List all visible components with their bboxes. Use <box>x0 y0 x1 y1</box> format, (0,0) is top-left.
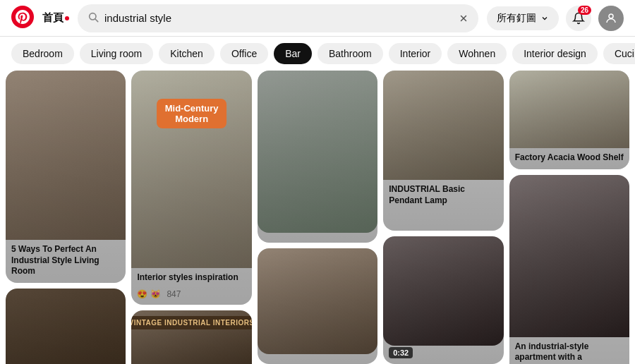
pin-image <box>258 71 377 233</box>
pin-card[interactable]: 5 Ways To Perfect An Industrial Style Li… <box>6 71 126 283</box>
header-right: 所有釘圖 26 <box>487 6 624 31</box>
pin-image <box>6 289 126 364</box>
pin-card[interactable] <box>258 248 377 364</box>
grid-column-2: Mid-CenturyModernInterior styles inspira… <box>131 71 251 364</box>
pin-card[interactable]: VINTAGE INDUSTRIAL INTERIORS <box>131 310 251 364</box>
grid-column-4: INDUSTRIAL Basic Pendant Lamp0:32 <box>383 71 503 364</box>
tag-interior[interactable]: Interior <box>389 43 442 64</box>
tag-cucine[interactable]: Cucine <box>603 43 635 64</box>
tag-kitchen[interactable]: Kitchen <box>159 43 214 64</box>
tag-bedroom[interactable]: Bedroom <box>11 43 74 64</box>
pin-card[interactable]: Mid-CenturyModernInterior styles inspira… <box>131 71 251 305</box>
svg-point-5 <box>609 14 613 18</box>
pin-title: Interior styles inspiration <box>131 268 251 289</box>
svg-point-0 <box>11 6 34 28</box>
tag-wohnen[interactable]: Wohnen <box>447 43 507 64</box>
pin-title: Factory Acacia Wood Shelf <box>509 148 629 169</box>
pin-card[interactable]: Factory Acacia Wood Shelf <box>509 71 629 169</box>
pin-card[interactable]: INDUSTRIAL Basic Pendant Lamp <box>383 71 503 231</box>
tag-interior-design[interactable]: Interior design <box>512 43 598 64</box>
pin-card[interactable]: An industrial-style apartment with a mon… <box>509 175 629 364</box>
filter-dropdown-button[interactable]: 所有釘圖 <box>487 6 559 30</box>
logo[interactable] <box>11 6 34 31</box>
clear-search-button[interactable] <box>459 13 468 23</box>
search-icon <box>87 11 99 25</box>
pin-title: 5 Ways To Perfect An Industrial Style Li… <box>6 240 126 283</box>
grid-column-1: 5 Ways To Perfect An Industrial Style Li… <box>6 71 126 364</box>
header: 首頁 所有釘圖 26 <box>0 0 635 37</box>
avatar-button[interactable] <box>598 6 624 31</box>
tag-bathroom[interactable]: Bathroom <box>318 43 383 64</box>
grid-column-3 <box>258 71 377 364</box>
tag-office[interactable]: Office <box>220 43 268 64</box>
pin-image <box>383 236 503 346</box>
pin-title: INDUSTRIAL Basic Pendant Lamp <box>383 180 503 212</box>
pin-image <box>6 71 126 240</box>
grid-column-5: Factory Acacia Wood ShelfAn industrial-s… <box>509 71 629 364</box>
notification-badge: 26 <box>578 6 591 15</box>
pin-card[interactable] <box>258 71 377 243</box>
search-bar <box>78 4 478 32</box>
pin-image <box>509 175 629 337</box>
pin-image <box>509 71 629 148</box>
pin-image <box>258 248 377 354</box>
pin-title: An industrial-style apartment with a mon… <box>509 337 629 364</box>
search-input[interactable] <box>104 12 453 24</box>
vintage-badge-overlay: VINTAGE INDUSTRIAL INTERIORS <box>131 316 251 329</box>
grid-area: 5 Ways To Perfect An Industrial Style Li… <box>0 71 635 364</box>
pin-image <box>383 71 503 180</box>
video-duration-badge: 0:32 <box>389 347 413 358</box>
pin-reactions: 😍😻847 <box>131 289 251 305</box>
tag-bar[interactable]: Bar <box>274 43 312 64</box>
pin-card[interactable] <box>6 289 126 364</box>
notification-button[interactable]: 26 <box>566 6 591 31</box>
home-nav-link[interactable]: 首頁 <box>42 11 69 25</box>
tag-living-room[interactable]: Living room <box>80 43 153 64</box>
svg-line-2 <box>95 19 98 22</box>
pin-card[interactable]: 0:32 <box>383 236 503 364</box>
style-badge-overlay: Mid-CenturyModern <box>157 99 227 128</box>
tag-row: BedroomLiving roomKitchenOfficeBarBathro… <box>0 37 635 71</box>
